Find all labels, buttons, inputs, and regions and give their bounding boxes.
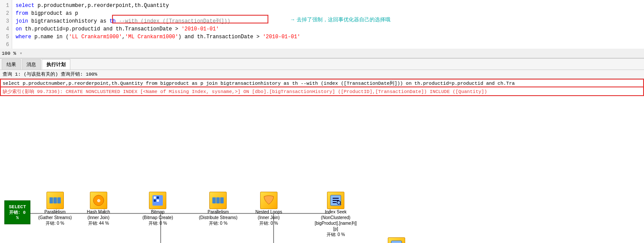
plan-node-indexseek1: Index Seek (NonClustered)[bigProduct].[n… [312, 192, 360, 238]
svg-rect-21 [220, 197, 224, 203]
select-cost: 开销: 0 % [7, 210, 27, 220]
toolbar-separator: ▾ [20, 50, 23, 56]
svg-rect-20 [216, 197, 220, 203]
svg-rect-17 [154, 200, 156, 202]
code-area: 1 2 3 4 5 6 7 select p.productnumber,p.r… [0, 0, 644, 49]
hashmatch-icon: ⊕ [90, 192, 107, 209]
tab-results[interactable]: 结果 [2, 59, 21, 70]
parallelism2-icon [209, 192, 227, 209]
code-editor: 1 2 3 4 5 6 7 select p.productnumber,p.r… [0, 0, 644, 59]
hashmatch-cost: 开销: 44 % [88, 220, 109, 226]
svg-rect-11 [57, 197, 61, 203]
nestedloops-icon [260, 192, 277, 209]
toolbar: 100 % ▾ [0, 49, 644, 58]
plan-node-parallelism2: Parallelism(Distribute Streams) 开销: 0 % [199, 192, 238, 226]
query-info-text: 查询 1: (与该批有关的) 查询开销: 100% [3, 71, 97, 77]
indexseek1-label: Index Seek (NonClustered)[bigProduct].[n… [312, 209, 360, 232]
results-area: 查询 1: (与该批有关的) 查询开销: 100% select p.produ… [0, 70, 644, 243]
main-container: 1 2 3 4 5 6 7 select p.productnumber,p.r… [0, 0, 644, 243]
svg-rect-16 [157, 196, 159, 199]
parallelism2-label: Parallelism(Distribute Streams) [199, 209, 238, 220]
svg-rect-19 [212, 197, 216, 203]
tab-execution-plan[interactable]: 执行计划 [42, 59, 70, 70]
select-label: SELECT [7, 204, 27, 210]
indexseek1-icon [327, 192, 344, 209]
svg-rect-28 [391, 241, 402, 243]
code-content[interactable]: select p.productnumber,p.reorderpoint,th… [12, 0, 644, 49]
missing-index-text: 缺少索引(影响 99.7336): CREATE NONCLUSTERED IN… [3, 88, 487, 95]
code-annotation-text: 去掉了强制，这回事优化器自己的选择哦 [297, 17, 390, 23]
bitmap-label: Bitmap(Bitmap Create) [142, 209, 173, 220]
plan-area[interactable]: SELECT 开销: 0 % Parallelism(Gather Stream… [0, 96, 644, 243]
select-node: SELECT 开销: 0 % [4, 200, 30, 224]
code-line-4: on th.productid=p.productid and th.Trans… [16, 25, 641, 33]
tabs-bar: 结果 消息 执行计划 [0, 59, 644, 70]
plan-node-hashmatch: ⊕ Hash Match(Inner Join) 开销: 44 % [87, 192, 110, 226]
parallelism2-cost: 开销: 0 % [209, 220, 228, 226]
line-numbers: 1 2 3 4 5 6 7 [0, 0, 12, 49]
indexseek1-cost: 开销: 0 % [327, 232, 345, 238]
code-line-1: select p.productnumber,p.reorderpoint,th… [16, 2, 641, 10]
nestedloops-cost: 开销: 0 % [259, 220, 278, 226]
hashmatch-label: Hash Match(Inner Join) [87, 209, 110, 220]
svg-text:⊕: ⊕ [97, 198, 100, 203]
code-line-6 [16, 41, 641, 49]
tab-messages[interactable]: 消息 [22, 59, 41, 70]
query-info-bar: 查询 1: (与该批有关的) 查询开销: 100% [0, 70, 644, 79]
nestedloops-label: Nested Loops(Inner Join) [255, 209, 282, 220]
svg-rect-9 [50, 197, 53, 203]
keylookup-icon [388, 237, 405, 243]
parallelism1-cost: 开销: 0 % [46, 220, 64, 226]
sql-result-row: select p.productnumber,p.reorderpoint,th… [0, 79, 644, 87]
code-line-5: where p.name in ('LL Crankarm1000','ML C… [16, 33, 641, 41]
bitmap-icon [149, 192, 166, 209]
plan-node-bitmap: Bitmap(Bitmap Create) 开销: 0 % [142, 192, 173, 226]
bitmap-cost: 开销: 0 % [149, 220, 167, 226]
plan-node-keylookup: Key Lookup (Clustered)[bigProduct].[pk_b… [373, 237, 420, 243]
svg-rect-18 [157, 200, 159, 202]
plan-node-nestedloops: Nested Loops(Inner Join) 开销: 0 % [255, 192, 282, 226]
code-annotation: → 去掉了强制，这回事优化器自己的选择哦 [290, 16, 390, 23]
svg-rect-15 [154, 196, 156, 199]
sql-result-text: select p.productnumber,p.reorderpoint,th… [3, 80, 515, 87]
missing-index-row: 缺少索引(影响 99.7336): CREATE NONCLUSTERED IN… [0, 87, 644, 96]
parallelism1-icon [46, 192, 64, 209]
svg-rect-10 [53, 197, 57, 203]
plan-node-parallelism1: Parallelism(Gather Streams) 开销: 0 % [38, 192, 72, 226]
parallelism1-label: Parallelism(Gather Streams) [38, 209, 72, 220]
zoom-display: 100 % [2, 51, 16, 56]
